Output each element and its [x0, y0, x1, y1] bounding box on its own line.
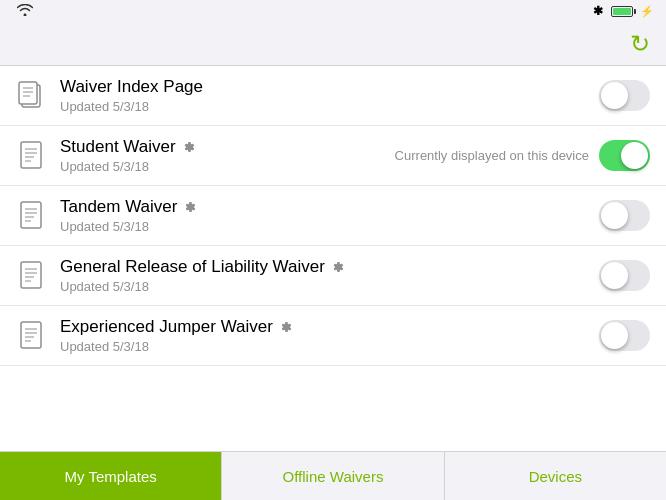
toggle-switch[interactable] [599, 260, 650, 291]
template-name: General Release of Liability Waiver [60, 257, 325, 277]
list-item-title: Waiver Index Page [60, 77, 599, 97]
list-item-updated: Updated 5/3/18 [60, 99, 599, 114]
list-item-right [599, 200, 650, 231]
document-icon [16, 138, 48, 174]
settings-badge-icon [278, 319, 294, 335]
document-icon [16, 258, 48, 294]
toggle-switch[interactable] [599, 140, 650, 171]
wifi-icon [17, 4, 33, 19]
list-item-updated: Updated 5/3/18 [60, 159, 395, 174]
svg-rect-20 [21, 322, 41, 348]
template-name: Experienced Jumper Waiver [60, 317, 273, 337]
toggle-knob [621, 142, 648, 169]
toggle-knob [601, 262, 628, 289]
bluetooth-icon: ✱ [593, 4, 603, 18]
toggle-switch[interactable] [599, 200, 650, 231]
toggle-knob [601, 322, 628, 349]
list-item: General Release of Liability Waiver Upda… [0, 246, 666, 306]
charging-icon: ⚡ [640, 5, 654, 18]
list-item-title: Experienced Jumper Waiver [60, 317, 599, 337]
document-icon [16, 78, 48, 114]
list-item-text: General Release of Liability Waiver Upda… [60, 257, 599, 294]
templates-list: Waiver Index PageUpdated 5/3/18 Student … [0, 66, 666, 451]
list-item-right [599, 260, 650, 291]
svg-rect-10 [21, 202, 41, 228]
list-item: Tandem Waiver Updated 5/3/18 [0, 186, 666, 246]
status-right: ✱ ⚡ [593, 4, 654, 18]
list-item-updated: Updated 5/3/18 [60, 339, 599, 354]
list-item-right [599, 80, 650, 111]
template-name: Student Waiver [60, 137, 176, 157]
toggle-switch[interactable] [599, 80, 650, 111]
svg-rect-1 [19, 82, 37, 104]
list-item-title: Tandem Waiver [60, 197, 599, 217]
tab-bar: My TemplatesOffline WaiversDevices [0, 451, 666, 500]
document-icon [16, 198, 48, 234]
svg-rect-5 [21, 142, 41, 168]
list-item: Experienced Jumper Waiver Updated 5/3/18 [0, 306, 666, 366]
status-bar: ✱ ⚡ [0, 0, 666, 22]
template-name: Tandem Waiver [60, 197, 177, 217]
list-item: Student Waiver Updated 5/3/18Currently d… [0, 126, 666, 186]
list-item-updated: Updated 5/3/18 [60, 219, 599, 234]
template-name: Waiver Index Page [60, 77, 203, 97]
tab-devices[interactable]: Devices [445, 452, 666, 500]
nav-bar: ↻ [0, 22, 666, 66]
svg-rect-15 [21, 262, 41, 288]
currently-displayed-label: Currently displayed on this device [395, 148, 589, 163]
status-left [12, 4, 33, 19]
list-item-text: Experienced Jumper Waiver Updated 5/3/18 [60, 317, 599, 354]
list-item-text: Waiver Index PageUpdated 5/3/18 [60, 77, 599, 114]
list-item-title: General Release of Liability Waiver [60, 257, 599, 277]
list-item-text: Student Waiver Updated 5/3/18 [60, 137, 395, 174]
refresh-button[interactable]: ↻ [630, 30, 650, 58]
battery-icon [611, 6, 636, 17]
settings-badge-icon [181, 139, 197, 155]
toggle-knob [601, 202, 628, 229]
list-item-right: Currently displayed on this device [395, 140, 650, 171]
list-item-right [599, 320, 650, 351]
settings-badge-icon [182, 199, 198, 215]
tab-offline-waivers[interactable]: Offline Waivers [222, 452, 443, 500]
list-item-text: Tandem Waiver Updated 5/3/18 [60, 197, 599, 234]
list-item-title: Student Waiver [60, 137, 395, 157]
settings-badge-icon [330, 259, 346, 275]
list-item-updated: Updated 5/3/18 [60, 279, 599, 294]
toggle-knob [601, 82, 628, 109]
toggle-switch[interactable] [599, 320, 650, 351]
tab-my-templates[interactable]: My Templates [0, 452, 221, 500]
document-icon [16, 318, 48, 354]
list-item: Waiver Index PageUpdated 5/3/18 [0, 66, 666, 126]
